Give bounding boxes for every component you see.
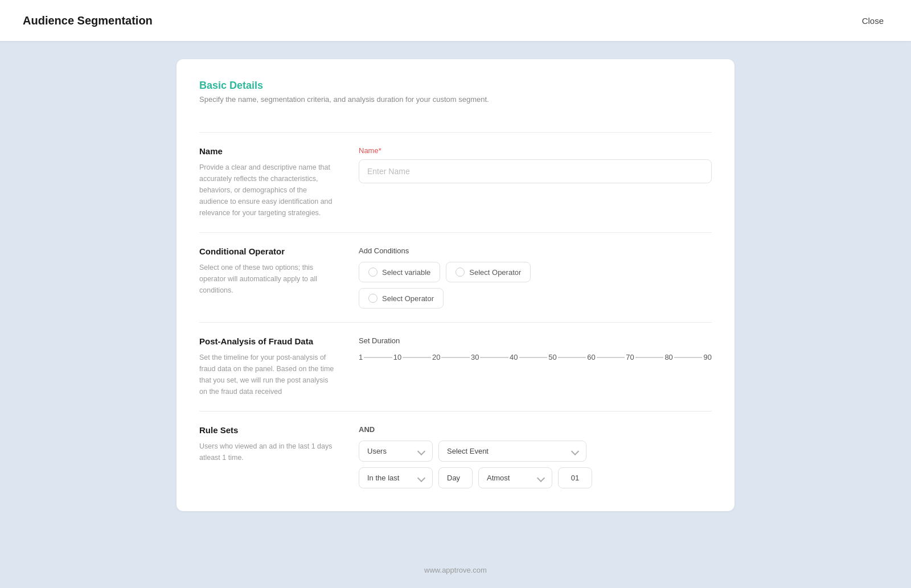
radio-dot-2 — [456, 268, 465, 277]
basic-details-header: Basic Details Specify the name, segmenta… — [199, 80, 712, 133]
select-variable-label: Select variable — [382, 268, 430, 277]
radio-dot-3 — [368, 294, 377, 303]
line-6 — [558, 357, 586, 358]
inlast-chevron-icon — [417, 474, 425, 482]
atmost-label: Atmost — [487, 474, 510, 482]
conditions-row: Select variable Select Operator — [359, 262, 712, 282]
add-conditions-label: Add Conditions — [359, 246, 712, 255]
users-dropdown[interactable]: Users — [359, 441, 433, 462]
tick-30: 30 — [471, 353, 479, 361]
count-box: 01 — [558, 467, 592, 488]
set-duration-label: Set Duration — [359, 336, 712, 345]
duration-left: Post-Analysis of Fraud Data Set the time… — [199, 336, 336, 397]
line-1 — [364, 357, 392, 358]
main-content: Basic Details Specify the name, segmenta… — [0, 41, 911, 558]
select-operator-label-2: Select Operator — [382, 294, 434, 303]
line-8 — [635, 357, 664, 358]
users-dropdown-label: Users — [367, 447, 387, 455]
select-operator-label-1: Select Operator — [469, 268, 521, 277]
main-card: Basic Details Specify the name, segmenta… — [177, 59, 734, 511]
line-4 — [480, 357, 508, 358]
rule-sets-title: Rule Sets — [199, 425, 336, 435]
event-chevron-icon — [571, 447, 579, 455]
rule-row-1: Users Select Event — [359, 441, 712, 462]
in-the-last-label: In the last — [367, 474, 399, 482]
tick-20: 20 — [432, 353, 440, 361]
atmost-chevron-icon — [537, 474, 545, 482]
page-title: Audience Segmentation — [23, 14, 153, 27]
basic-details-subtext: Specify the name, segmentation criteria,… — [199, 95, 712, 104]
line-7 — [597, 357, 625, 358]
name-right: Name* — [359, 146, 712, 219]
footer: www.apptrove.com — [0, 558, 911, 588]
atmost-dropdown[interactable]: Atmost — [478, 467, 552, 488]
tick-1: 1 — [359, 353, 363, 361]
in-the-last-dropdown[interactable]: In the last — [359, 467, 433, 488]
close-button[interactable]: Close — [857, 14, 888, 28]
name-section-title: Name — [199, 146, 336, 156]
rule-sets-left: Rule Sets Users who viewed an ad in the … — [199, 425, 336, 488]
tick-70: 70 — [626, 353, 634, 361]
rule-row-2: In the last Day Atmost 01 — [359, 467, 712, 488]
duration-slider: 1 10 20 30 40 50 60 70 — [359, 353, 712, 361]
select-operator-btn-2[interactable]: Select Operator — [359, 288, 444, 309]
select-variable-btn[interactable]: Select variable — [359, 262, 440, 282]
rule-sets-desc: Users who viewed an ad in the last 1 day… — [199, 441, 336, 463]
name-section-desc: Provide a clear and descriptive name tha… — [199, 162, 336, 219]
conditional-right: Add Conditions Select variable Select Op… — [359, 246, 712, 309]
tick-60: 60 — [587, 353, 595, 361]
duration-right: Set Duration 1 10 20 30 40 50 — [359, 336, 712, 397]
users-chevron-icon — [417, 447, 425, 455]
rule-sets-section: Rule Sets Users who viewed an ad in the … — [199, 412, 712, 488]
day-box: Day — [438, 467, 473, 488]
radio-dot-1 — [368, 268, 377, 277]
name-section: Name Provide a clear and descriptive nam… — [199, 133, 712, 233]
conditional-desc: Select one of these two options; this op… — [199, 262, 336, 296]
top-header: Audience Segmentation Close — [0, 0, 911, 41]
line-3 — [441, 357, 470, 358]
line-9 — [674, 357, 703, 358]
duration-title: Post-Analysis of Fraud Data — [199, 336, 336, 346]
tick-40: 40 — [510, 353, 518, 361]
select-operator-btn-1[interactable]: Select Operator — [446, 262, 531, 282]
basic-details-title: Basic Details — [199, 80, 712, 92]
tick-50: 50 — [548, 353, 556, 361]
rule-sets-right: AND Users Select Event — [359, 425, 712, 488]
footer-url: www.apptrove.com — [424, 566, 487, 574]
tick-80: 80 — [664, 353, 672, 361]
conditional-left: Conditional Operator Select one of these… — [199, 246, 336, 309]
name-left: Name Provide a clear and descriptive nam… — [199, 146, 336, 219]
duration-desc: Set the timeline for your post-analysis … — [199, 352, 336, 397]
name-label: Name* — [359, 146, 712, 155]
line-5 — [519, 357, 548, 358]
conditional-section: Conditional Operator Select one of these… — [199, 233, 712, 323]
line-2 — [403, 357, 431, 358]
tick-90: 90 — [703, 353, 711, 361]
and-label: AND — [359, 425, 712, 434]
conditional-title: Conditional Operator — [199, 246, 336, 256]
select-event-label: Select Event — [447, 447, 489, 455]
select-event-dropdown[interactable]: Select Event — [438, 441, 586, 462]
name-input[interactable] — [359, 159, 712, 183]
duration-section: Post-Analysis of Fraud Data Set the time… — [199, 323, 712, 412]
conditions-row-2: Select Operator — [359, 288, 712, 309]
tick-10: 10 — [393, 353, 401, 361]
